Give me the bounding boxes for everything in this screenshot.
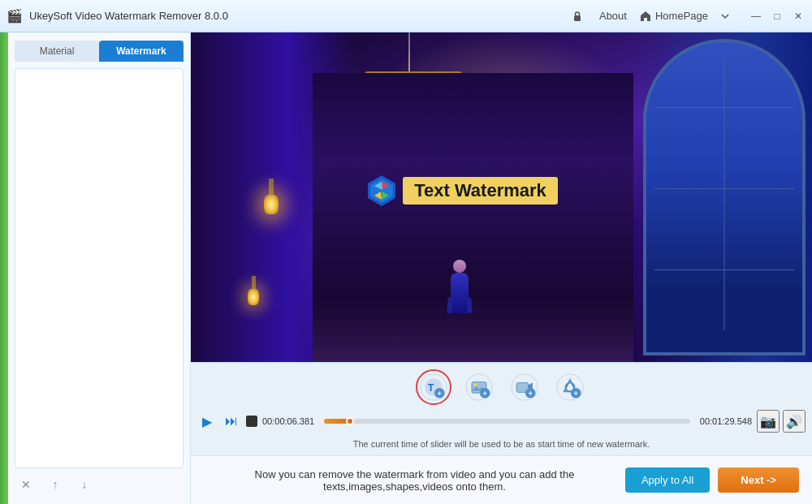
tab-material[interactable]: Material [15, 41, 99, 62]
add-video-watermark-button[interactable]: + [507, 369, 542, 405]
svg-text:+: + [437, 390, 441, 398]
apply-to-all-button[interactable]: Apply to All [625, 467, 710, 493]
sidebar: Material Watermark ✕ ↑ ↓ [8, 32, 191, 504]
dropdown-button[interactable] [721, 12, 729, 20]
screenshot-area: 📷 🔊 [757, 410, 806, 433]
svg-text:T: T [427, 382, 434, 394]
svg-point-14 [473, 384, 477, 387]
end-time: 00:01:29.548 [695, 416, 752, 426]
watermark-tools: T + + [197, 366, 806, 408]
shape-watermark-icon: + [555, 373, 585, 402]
watermark-overlay: Text Watermark [365, 174, 558, 208]
image-watermark-icon: + [464, 373, 494, 402]
app-icon: 🎬 [6, 8, 23, 24]
app-title: UkeySoft Video Watermark Remover 8.0.0 [29, 10, 228, 22]
text-watermark-icon: T + [419, 373, 448, 402]
maximize-button[interactable]: □ [770, 9, 784, 24]
progress-knob[interactable] [346, 417, 354, 425]
svg-text:+: + [573, 390, 577, 398]
video-controls: T + + [191, 362, 812, 455]
move-down-button[interactable]: ↓ [73, 473, 96, 496]
lock-icon [568, 7, 586, 25]
character-figure [451, 260, 469, 313]
add-image-watermark-button[interactable]: + [461, 369, 497, 405]
video-player: Text Watermark [191, 32, 812, 362]
bottom-bar: Now you can remove the watermark from vi… [191, 455, 812, 504]
playback-controls: ▶ ⏭ 00:00:06.381 00:01:29.548 📷 🔊 [197, 408, 806, 434]
minimize-button[interactable]: — [749, 9, 763, 24]
side-decoration [0, 32, 8, 504]
move-up-button[interactable]: ↑ [44, 473, 67, 496]
watermark-text-box[interactable]: Text Watermark [403, 177, 558, 205]
home-icon [640, 11, 651, 22]
watermark-logo-icon [365, 174, 399, 208]
about-button[interactable]: About [599, 10, 627, 22]
window-controls: — □ ✕ [749, 9, 806, 24]
title-bar: 🎬 UkeySoft Video Watermark Remover 8.0.0… [0, 0, 812, 32]
stop-button[interactable] [246, 416, 257, 427]
homepage-label: HomePage [655, 10, 708, 22]
about-label: About [599, 10, 627, 22]
svg-rect-0 [574, 15, 581, 21]
status-row: The current time of slider will be used … [197, 434, 806, 452]
video-watermark-icon: + [510, 373, 539, 402]
info-text: Now you can remove the watermark from vi… [204, 468, 625, 493]
screenshot-button[interactable]: 📷 [757, 410, 780, 433]
play-button[interactable]: ▶ [197, 411, 217, 431]
progress-bar[interactable] [324, 419, 690, 424]
homepage-button[interactable]: HomePage [640, 10, 708, 22]
sidebar-controls: ✕ ↑ ↓ [15, 473, 184, 496]
svg-text:+: + [482, 390, 486, 398]
bottom-actions: Apply to All Next -> [625, 467, 799, 493]
settings-button[interactable]: 🔊 [783, 410, 806, 433]
watermark-text: Text Watermark [414, 180, 546, 200]
add-text-watermark-button[interactable]: T + [416, 369, 451, 405]
svg-text:+: + [528, 390, 532, 398]
watermark-list [15, 68, 184, 468]
tab-watermark[interactable]: Watermark [99, 41, 184, 62]
current-time: 00:00:06.381 [262, 416, 319, 426]
tab-bar: Material Watermark [15, 41, 184, 62]
step-forward-button[interactable]: ⏭ [222, 411, 241, 431]
next-button[interactable]: Next -> [718, 467, 799, 493]
add-shape-watermark-button[interactable]: + [552, 369, 588, 405]
slider-hint-text: The current time of slider will be used … [353, 439, 650, 449]
chevron-down-icon [721, 12, 729, 20]
delete-button[interactable]: ✕ [15, 473, 37, 496]
close-button[interactable]: ✕ [791, 9, 806, 24]
